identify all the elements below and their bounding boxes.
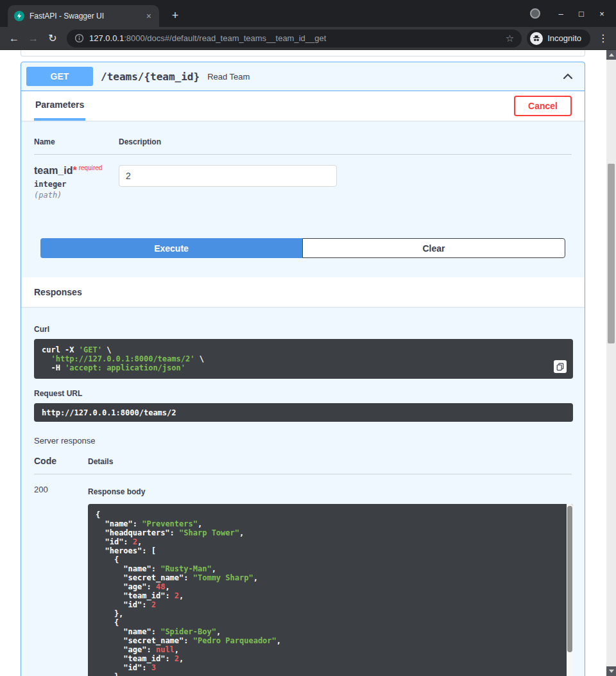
clear-button[interactable]: Clear (302, 238, 565, 258)
scroll-down-icon[interactable] (606, 666, 616, 676)
parameter-meta: team_id*required integer (path) (34, 165, 119, 200)
incognito-icon (530, 32, 543, 45)
response-scrollbar-thumb[interactable] (567, 506, 572, 652)
responses-title: Responses (34, 287, 82, 297)
code-column-header: Code (34, 456, 88, 466)
description-column-header: Description (119, 137, 572, 146)
incognito-label: Incognito (547, 33, 581, 43)
response-body-text[interactable]: { "name": "Preventers", "headquarters": … (88, 504, 573, 676)
team-id-input[interactable] (119, 165, 337, 187)
request-url-value: http://127.0.0.1:8000/teams/2 (34, 403, 573, 422)
browser-window: FastAPI - Swagger UI × + – □ × ← → ↻ 127… (0, 0, 616, 676)
page-scrollbar[interactable] (606, 50, 616, 676)
endpoint-summary: Read Team (207, 72, 250, 82)
tab-title: FastAPI - Swagger UI (30, 12, 140, 21)
tab-parameters[interactable]: Parameters (34, 91, 85, 121)
response-body-label: Response body (88, 487, 573, 496)
opblock-get-teams: GET /teams/{team_id} Read Team Parameter… (21, 62, 585, 676)
required-label: required (79, 164, 103, 171)
parameter-name: team_id*required (34, 165, 119, 177)
site-info-icon[interactable] (74, 33, 84, 43)
fastapi-favicon-icon (14, 11, 24, 21)
opblock-summary[interactable]: GET /teams/{team_id} Read Team (21, 62, 585, 91)
address-bar[interactable]: 127.0.0.1:8000/docs#/default/read_team_t… (67, 30, 522, 48)
response-scrollbar[interactable] (567, 504, 573, 676)
url-text[interactable]: 127.0.0.1:8000/docs#/default/read_team_t… (89, 33, 501, 43)
parameters-table-header: Name Description (34, 132, 572, 155)
maximize-button[interactable]: □ (571, 3, 592, 24)
request-url-label: Request URL (34, 389, 572, 398)
response-table-header: Code Details (34, 456, 572, 474)
endpoint-path: /teams/{team_id} (101, 71, 200, 83)
name-column-header: Name (34, 137, 119, 146)
browser-tab[interactable]: FastAPI - Swagger UI × (8, 5, 159, 27)
window-controls: – □ × (530, 0, 612, 27)
response-body-block: { "name": "Preventers", "headquarters": … (88, 504, 573, 676)
parameter-type: integer (34, 180, 119, 189)
url-host: 127.0.0.1 (89, 33, 124, 43)
http-method-badge: GET (26, 67, 93, 86)
response-details-cell: Response body { "name": "Preventers", "h… (88, 485, 573, 676)
swagger-page: GET /teams/{team_id} Read Team Parameter… (0, 50, 616, 676)
parameter-row: team_id*required integer (path) (34, 155, 572, 200)
scroll-up-icon[interactable] (606, 50, 616, 60)
status-code: 200 (34, 485, 88, 676)
parameters-header: Parameters Cancel (21, 91, 585, 121)
execute-row: Execute Clear (21, 200, 585, 277)
browser-titlebar: FastAPI - Swagger UI × + – □ × (0, 0, 616, 27)
cancel-button[interactable]: Cancel (514, 96, 572, 116)
reload-icon[interactable]: ↻ (44, 30, 62, 48)
parameters-section: Name Description team_id*required intege… (21, 121, 585, 200)
browser-toolbar: ← → ↻ 127.0.0.1:8000/docs#/default/read_… (0, 27, 616, 50)
previous-card-edge (21, 50, 585, 56)
new-tab-button[interactable]: + (167, 7, 184, 24)
bookmark-star-icon[interactable]: ☆ (506, 33, 514, 44)
execute-button[interactable]: Execute (40, 238, 302, 258)
server-response-label: Server response (34, 436, 572, 446)
minimize-button[interactable]: – (551, 3, 571, 24)
forward-icon[interactable]: → (24, 30, 42, 48)
responses-header: Responses (21, 277, 585, 307)
required-star: * (73, 165, 76, 176)
collapse-chevron-icon[interactable] (563, 73, 573, 80)
curl-command-text[interactable]: curl -X 'GET' \ 'http://127.0.0.1:8000/t… (34, 339, 573, 379)
curl-label: Curl (34, 325, 572, 334)
response-row: 200 Response body { "name": "Preventers"… (34, 474, 572, 676)
back-icon[interactable]: ← (5, 30, 23, 48)
parameter-description-cell (119, 165, 572, 200)
incognito-badge: Incognito (527, 30, 590, 48)
browser-update-icon[interactable] (530, 8, 540, 19)
details-column-header: Details (88, 457, 572, 466)
url-path: :8000/docs#/default/read_team_teams__tea… (124, 33, 326, 43)
tab-close-icon[interactable]: × (145, 11, 153, 21)
close-window-button[interactable]: × (592, 3, 612, 24)
browser-menu-icon[interactable]: ⋮ (595, 32, 611, 44)
copy-to-clipboard-button[interactable] (554, 360, 567, 373)
parameter-location: (path) (34, 191, 119, 200)
responses-section: Curl curl -X 'GET' \ 'http://127.0.0.1:8… (21, 325, 585, 676)
curl-block: curl -X 'GET' \ 'http://127.0.0.1:8000/t… (34, 339, 573, 379)
page-scrollbar-thumb[interactable] (608, 164, 615, 343)
